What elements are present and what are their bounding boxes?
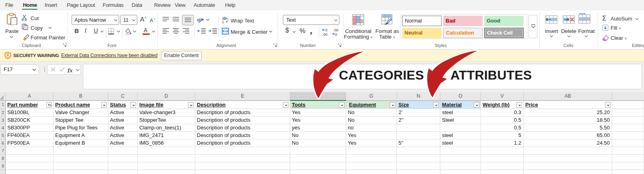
svg-text:c: c: [222, 20, 224, 24]
svg-text:.00: .00: [322, 33, 328, 37]
svg-text:fx: fx: [68, 67, 73, 73]
svg-text:0: 0: [335, 33, 337, 37]
svg-text:ab: ab: [197, 17, 202, 22]
svg-text:0: 0: [326, 28, 328, 32]
svg-text:.00: .00: [333, 28, 339, 32]
